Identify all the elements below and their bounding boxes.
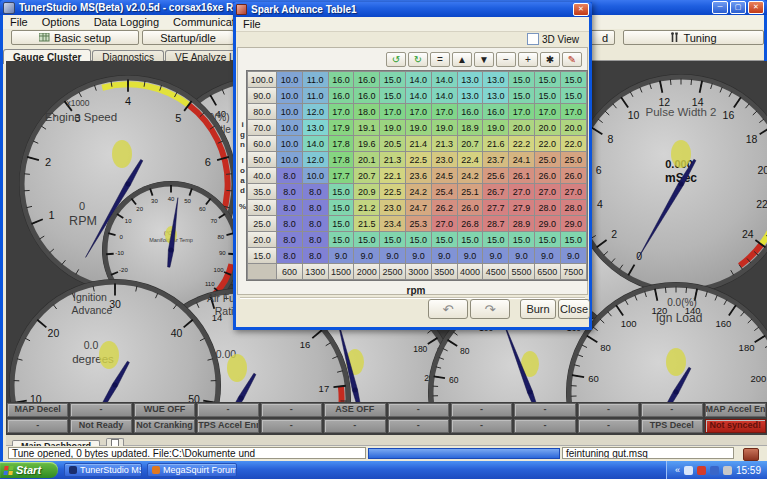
table-cell[interactable]: 29.0 [535, 216, 560, 231]
table-cell[interactable]: 9.0 [432, 248, 457, 263]
table-cell[interactable]: 26.2 [432, 200, 457, 215]
table-cell[interactable]: 9.0 [509, 248, 534, 263]
maximize-icon[interactable]: ▢ [730, 1, 746, 14]
menu-item-options[interactable]: Options [35, 16, 87, 28]
redo-button[interactable]: ↷ [470, 299, 510, 319]
chevron-left-icon[interactable]: « [675, 465, 680, 475]
table-tool-decrement-button[interactable]: ▼ [474, 52, 494, 67]
table-tool-plus-button[interactable]: + [518, 52, 538, 67]
table-tool-multiply-button[interactable]: ✱ [540, 52, 560, 67]
table-cell[interactable]: 15.0 [380, 72, 405, 87]
table-cell[interactable]: 20.1 [354, 152, 379, 167]
table-cell[interactable]: 15.0 [535, 232, 560, 247]
table-cell[interactable]: 22.1 [380, 168, 405, 183]
table-tool-increment-button[interactable]: ▲ [452, 52, 472, 67]
table-cell[interactable]: 22.4 [458, 152, 483, 167]
table-cell[interactable]: 17.0 [535, 104, 560, 119]
table-cell[interactable]: 17.0 [329, 104, 354, 119]
table-cell[interactable]: 22.5 [380, 184, 405, 199]
table-cell[interactable]: 29.0 [561, 216, 586, 231]
table-cell[interactable]: 13.0 [303, 120, 328, 135]
menu-item-data-logging[interactable]: Data Logging [87, 16, 166, 28]
table-cell[interactable]: 25.0 [561, 152, 586, 167]
table-cell[interactable]: 10.0 [277, 120, 302, 135]
table-cell[interactable]: 15.0 [509, 232, 534, 247]
table-cell[interactable]: 8.0 [303, 232, 328, 247]
table-cell[interactable]: 11.0 [303, 88, 328, 103]
table-cell[interactable]: 21.4 [406, 136, 431, 151]
table-cell[interactable]: 22.0 [561, 136, 586, 151]
table-cell[interactable]: 15.0 [432, 232, 457, 247]
table-cell[interactable]: 27.9 [509, 200, 534, 215]
table-cell[interactable]: 15.0 [406, 232, 431, 247]
table-cell[interactable]: 15.0 [380, 232, 405, 247]
table-cell[interactable]: 10.0 [303, 168, 328, 183]
tray-icon[interactable] [697, 466, 706, 475]
table-cell[interactable]: 27.0 [535, 184, 560, 199]
table-tool-minus-button[interactable]: − [496, 52, 516, 67]
table-cell[interactable]: 15.0 [329, 200, 354, 215]
minimize-icon[interactable]: ─ [712, 1, 728, 14]
table-cell[interactable]: 27.0 [432, 216, 457, 231]
file-name-field[interactable]: feintuning gut.msq [562, 447, 734, 459]
table-cell[interactable]: 15.0 [483, 232, 508, 247]
table-cell[interactable]: 20.5 [380, 136, 405, 151]
table-cell[interactable]: 10.0 [277, 88, 302, 103]
table-cell[interactable]: 23.0 [380, 200, 405, 215]
tuning-button[interactable]: Tuning [623, 30, 764, 45]
view-3d-checkbox[interactable]: 3D View [527, 33, 579, 45]
table-cell[interactable]: 8.0 [277, 200, 302, 215]
table-cell[interactable]: 17.8 [329, 152, 354, 167]
table-cell[interactable]: 15.0 [561, 232, 586, 247]
table-cell[interactable]: 9.0 [458, 248, 483, 263]
table-cell[interactable]: 27.7 [483, 200, 508, 215]
table-cell[interactable]: 12.0 [303, 152, 328, 167]
table-cell[interactable]: 14.0 [406, 88, 431, 103]
table-cell[interactable]: 9.0 [354, 248, 379, 263]
table-cell[interactable]: 17.9 [329, 120, 354, 135]
table-cell[interactable]: 19.0 [432, 120, 457, 135]
table-cell[interactable]: 24.2 [458, 168, 483, 183]
table-cell[interactable]: 17.0 [561, 104, 586, 119]
dialog-close-icon[interactable]: ✕ [573, 3, 589, 16]
table-cell[interactable]: 26.0 [561, 168, 586, 183]
table-cell[interactable]: 20.7 [354, 168, 379, 183]
table-cell[interactable]: 24.1 [509, 152, 534, 167]
table-cell[interactable]: 28.9 [509, 216, 534, 231]
table-cell[interactable]: 15.0 [561, 88, 586, 103]
table-cell[interactable]: 26.0 [535, 168, 560, 183]
table-tool-forward-button[interactable]: ↻ [408, 52, 428, 67]
table-cell[interactable]: 15.0 [380, 88, 405, 103]
table-cell[interactable]: 9.0 [380, 248, 405, 263]
table-cell[interactable]: 25.0 [535, 152, 560, 167]
table-cell[interactable]: 10.0 [277, 72, 302, 87]
table-cell[interactable]: 8.0 [277, 216, 302, 231]
table-cell[interactable]: 25.6 [483, 168, 508, 183]
table-cell[interactable]: 16.0 [329, 88, 354, 103]
table-cell[interactable]: 20.0 [561, 120, 586, 135]
table-cell[interactable]: 8.0 [277, 168, 302, 183]
tray-icon[interactable] [684, 466, 693, 475]
table-cell[interactable]: 19.6 [354, 136, 379, 151]
taskbar-task-2[interactable]: MegaSquirt Forum v... [147, 463, 237, 477]
table-cell[interactable]: 26.7 [483, 184, 508, 199]
table-cell[interactable]: 9.0 [406, 248, 431, 263]
table-cell[interactable]: 25.4 [432, 184, 457, 199]
table-cell[interactable]: 16.0 [354, 72, 379, 87]
table-cell[interactable]: 19.0 [380, 120, 405, 135]
table-cell[interactable]: 15.0 [561, 72, 586, 87]
checkbox-icon[interactable] [527, 33, 539, 45]
table-cell[interactable]: 23.4 [380, 216, 405, 231]
table-cell[interactable]: 15.0 [509, 72, 534, 87]
table-cell[interactable]: 9.0 [329, 248, 354, 263]
table-cell[interactable]: 24.2 [406, 184, 431, 199]
table-cell[interactable]: 13.0 [483, 88, 508, 103]
table-cell[interactable]: 10.0 [277, 104, 302, 119]
table-cell[interactable]: 22.2 [509, 136, 534, 151]
table-cell[interactable]: 23.7 [483, 152, 508, 167]
table-cell[interactable]: 26.1 [509, 168, 534, 183]
close-icon[interactable]: ✕ [748, 1, 764, 14]
table-cell[interactable]: 17.0 [406, 104, 431, 119]
table-cell[interactable]: 17.7 [329, 168, 354, 183]
table-cell[interactable]: 14.0 [303, 136, 328, 151]
